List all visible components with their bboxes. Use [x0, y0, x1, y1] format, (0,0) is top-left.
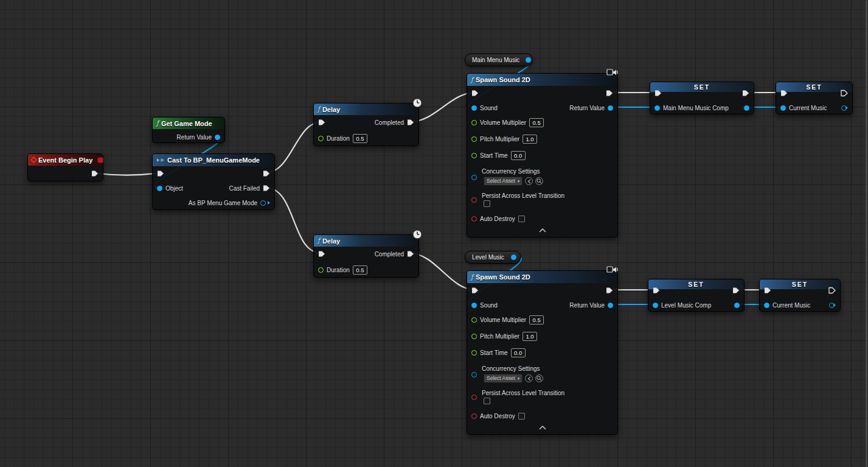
- auto-destroy-checkbox[interactable]: [518, 216, 525, 222]
- as-bp-menu-game-mode-pin[interactable]: [260, 200, 266, 206]
- pitch-multiplier-pin[interactable]: [471, 136, 477, 142]
- current-music-in-pin[interactable]: [764, 303, 769, 308]
- auto-destroy-pin[interactable]: [471, 413, 477, 419]
- level-music-variable-node[interactable]: Level Music: [465, 251, 521, 264]
- concurrency-settings-pin[interactable]: [471, 372, 477, 377]
- use-selected-asset-button[interactable]: [525, 374, 533, 382]
- event-begin-play-node[interactable]: Event Begin Play: [27, 153, 103, 181]
- duration-pin[interactable]: [318, 267, 324, 273]
- object-pin[interactable]: [157, 186, 162, 191]
- return-value-pin[interactable]: [608, 303, 613, 308]
- main-menu-music-out-pin[interactable]: [526, 57, 531, 63]
- set-current-music-node-top[interactable]: SET Current Music: [776, 82, 853, 114]
- cast-failed-label: Cast Failed: [229, 185, 260, 192]
- pitch-multiplier-pin[interactable]: [471, 334, 477, 339]
- persist-checkbox[interactable]: [484, 200, 490, 207]
- exec-in-pin[interactable]: [653, 287, 660, 294]
- exec-out-pin[interactable]: [606, 90, 613, 97]
- volume-multiplier-label: Volume Multiplier: [480, 317, 526, 323]
- exec-in-pin[interactable]: [780, 90, 788, 97]
- delay-header[interactable]: ƒ Delay: [314, 235, 418, 247]
- sound-pin[interactable]: [471, 303, 477, 308]
- delay-title: Delay: [322, 106, 340, 113]
- exec-in-pin[interactable]: [471, 287, 479, 294]
- delay-node-top[interactable]: ƒ Delay Completed Duration: [313, 103, 419, 146]
- spawn-sound-2d-header[interactable]: ƒ Spawn Sound 2D: [467, 74, 617, 86]
- spawn-sound-2d-node-bottom[interactable]: ƒ Spawn Sound 2D Sound Return Value Volu…: [467, 270, 618, 435]
- level-music-comp-in-pin[interactable]: [653, 303, 658, 308]
- duration-pin[interactable]: [318, 136, 324, 141]
- duration-input[interactable]: [353, 265, 367, 275]
- main-menu-music-variable-node[interactable]: Main Menu Music: [465, 54, 533, 66]
- set-level-music-comp-node[interactable]: SET Level Music Comp: [648, 279, 745, 312]
- set-main-menu-music-comp-node[interactable]: SET Main Menu Music Comp: [650, 82, 754, 114]
- main-menu-music-comp-in-pin[interactable]: [654, 105, 660, 111]
- volume-multiplier-input[interactable]: [529, 315, 544, 325]
- return-value-pin[interactable]: [608, 105, 613, 111]
- delay-node-bottom[interactable]: ƒ Delay Completed Duration: [313, 234, 419, 278]
- concurrency-settings-pin[interactable]: [471, 175, 477, 180]
- level-music-out-pin[interactable]: [511, 255, 516, 260]
- persist-checkbox[interactable]: [484, 398, 490, 404]
- spawn-sound-2d-header[interactable]: ƒ Spawn Sound 2D: [467, 271, 617, 283]
- current-music-in-pin[interactable]: [780, 105, 786, 111]
- start-time-pin[interactable]: [471, 350, 477, 356]
- exec-out-pin[interactable]: [606, 287, 613, 294]
- main-menu-music-comp-out-pin[interactable]: [744, 105, 749, 111]
- start-time-input[interactable]: [511, 151, 526, 160]
- exec-in-pin[interactable]: [318, 250, 325, 258]
- event-begin-play-header[interactable]: Event Begin Play: [28, 154, 103, 166]
- auto-destroy-label: Auto Destroy: [480, 216, 515, 222]
- sound-pin[interactable]: [471, 105, 477, 111]
- get-game-mode-header[interactable]: ƒ Get Game Mode: [153, 118, 224, 129]
- exec-in-pin[interactable]: [157, 170, 164, 177]
- event-badge-icon: [97, 157, 103, 163]
- volume-multiplier-input[interactable]: [529, 118, 544, 127]
- collapse-node-chevron-icon[interactable]: [539, 421, 546, 432]
- exec-in-pin[interactable]: [654, 90, 662, 97]
- function-icon: ƒ: [156, 119, 159, 127]
- return-value-label: Return Value: [569, 302, 605, 309]
- blueprint-graph-canvas[interactable]: Event Begin Play ƒ Get Game Mode Return …: [0, 0, 868, 467]
- volume-multiplier-pin[interactable]: [471, 120, 477, 125]
- browse-asset-button[interactable]: [535, 374, 543, 382]
- duration-input[interactable]: [353, 134, 367, 143]
- auto-destroy-checkbox[interactable]: [518, 413, 525, 420]
- level-music-comp-out-pin[interactable]: [734, 303, 740, 308]
- concurrency-asset-select[interactable]: Select Asset ▾: [484, 177, 523, 186]
- set-current-music-node-bottom[interactable]: SET Current Music: [759, 279, 841, 312]
- persist-across-level-transition-pin[interactable]: [471, 197, 477, 203]
- exec-out-pin[interactable]: [263, 170, 270, 177]
- cast-header[interactable]: Cast To BP_MenuGameMode: [153, 154, 274, 166]
- sound-label: Sound: [480, 105, 498, 111]
- completed-exec-pin[interactable]: [407, 119, 414, 126]
- exec-out-pin[interactable]: [841, 90, 848, 97]
- pitch-multiplier-input[interactable]: [523, 332, 537, 341]
- delay-header[interactable]: ƒ Delay: [314, 104, 418, 115]
- exec-out-pin[interactable]: [828, 287, 836, 294]
- spawn-sound-2d-node-top[interactable]: ƒ Spawn Sound 2D Sound Return Value Volu…: [467, 73, 618, 237]
- cast-to-bp-menugamemode-node[interactable]: Cast To BP_MenuGameMode Object Cast Fail…: [152, 153, 275, 210]
- browse-asset-button[interactable]: [535, 177, 543, 185]
- exec-in-pin[interactable]: [471, 90, 479, 97]
- get-game-mode-title: Get Game Mode: [161, 120, 212, 127]
- exec-out-pin[interactable]: [91, 170, 99, 177]
- start-time-pin[interactable]: [471, 153, 477, 158]
- return-value-pin[interactable]: [215, 135, 220, 140]
- volume-multiplier-pin[interactable]: [471, 317, 477, 323]
- auto-destroy-pin[interactable]: [471, 216, 477, 222]
- start-time-input[interactable]: [511, 348, 526, 357]
- concurrency-asset-select[interactable]: Select Asset ▾: [484, 374, 523, 383]
- use-selected-asset-button[interactable]: [525, 177, 533, 185]
- collapse-node-chevron-icon[interactable]: [539, 224, 546, 235]
- exec-out-pin[interactable]: [732, 287, 740, 294]
- completed-exec-pin[interactable]: [407, 250, 414, 258]
- pitch-multiplier-input[interactable]: [523, 135, 537, 144]
- persist-across-level-transition-pin[interactable]: [471, 395, 477, 400]
- cast-failed-exec-pin[interactable]: [263, 184, 270, 192]
- exec-out-pin[interactable]: [742, 90, 749, 97]
- exec-in-pin[interactable]: [318, 119, 325, 126]
- scrollbar-vertical[interactable]: [866, 0, 867, 467]
- exec-in-pin[interactable]: [764, 287, 771, 294]
- get-game-mode-node[interactable]: ƒ Get Game Mode Return Value: [152, 117, 225, 143]
